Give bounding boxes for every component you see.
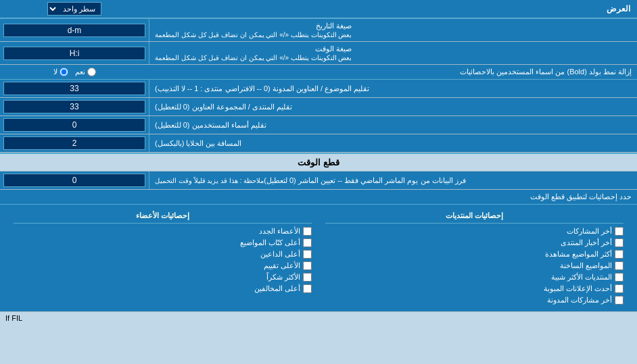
bold-radio-no-label: لا [53,68,68,76]
top-select-area: سطر واحد سطران ثلاثة أسطر [0,0,149,18]
date-format-main: صيغة التاريخ بعض التكوينات يتطلب «/» الت… [155,22,352,38]
trim-subject-input[interactable] [3,82,145,95]
checkbox-most-thanked[interactable] [303,273,312,282]
cell-spacing-input-area [0,134,149,152]
top-label: العرض [149,1,637,17]
checkbox-latest-posts[interactable] [615,227,623,236]
trim-subject-label: تقليم الموضوع / العناوين المدونة (0 -- ا… [149,80,637,97]
date-format-input[interactable] [3,24,145,37]
date-format-label: صيغة التاريخ بعض التكوينات يتطلب «/» الت… [149,19,637,41]
snapshot-days-input[interactable] [3,174,145,187]
checkbox-item-most-thanked: الأكثر شكراً [14,271,312,283]
snapshot-section-header: قطع الوقت [0,153,637,172]
time-format-input[interactable] [3,47,145,60]
apply-row: حدد إحصائيات لتطبيق قطع الوقت [0,190,637,205]
iffl-note: If FIL [0,311,637,324]
snapshot-days-label: فرز البيانات من يوم الماشر الماضي فقط --… [149,172,637,189]
trim-users-input[interactable] [3,118,145,132]
time-format-label: صيغة الوقت بعض التكوينات يتطلب «/» التي … [149,42,637,64]
time-format-row: صيغة الوقت بعض التكوينات يتطلب «/» التي … [0,42,637,65]
checkboxes-section: إحصائيات المنتديات أخر المشاركات أخر أخب… [0,205,637,311]
checkbox-item-latest-posts: أخر المشاركات [325,226,623,237]
cell-spacing-label: المسافة بين الخلايا (بالبكسل) [149,134,637,152]
checkbox-columns: إحصائيات المنتديات أخر المشاركات أخر أخب… [7,208,630,308]
snapshot-days-input-area [0,172,149,189]
checkbox-top-rated[interactable] [303,261,312,270]
cell-spacing-row: المسافة بين الخلايا (بالبكسل) [0,134,637,153]
trim-subject-input-area [0,80,149,97]
checkbox-col-forums: إحصائيات المنتديات أخر المشاركات أخر أخب… [318,208,630,308]
trim-forum-input-area [0,98,149,115]
checkbox-item-top-violators: أعلى المخالفين [14,283,312,294]
checkbox-most-similar[interactable] [615,273,623,282]
checkbox-item-top-posters: أعلى كتّاب المواضيع [14,237,312,249]
checkbox-item-most-viewed: أكثر المواضيع مشاهدة [325,249,623,260]
main-container: العرض سطر واحد سطران ثلاثة أسطر صيغة الت… [0,0,637,324]
bold-radio-no[interactable] [60,68,68,76]
cell-spacing-input[interactable] [3,136,145,150]
bold-radio-row: إزالة نمط بولد (Bold) من اسماء المستخدمي… [0,65,637,80]
snapshot-days-row: فرز البيانات من يوم الماشر الماضي فقط --… [0,172,637,190]
checkbox-forum-news[interactable] [615,238,623,247]
time-format-main: صيغة الوقت بعض التكوينات يتطلب «/» التي … [155,45,352,61]
col-members-header: إحصائيات الأعضاء [14,210,312,224]
bold-radio-label: إزالة نمط بولد (Bold) من اسماء المستخدمي… [149,65,637,79]
top-row: العرض سطر واحد سطران ثلاثة أسطر [0,0,637,19]
time-format-input-area [0,42,149,64]
trim-subject-row: تقليم الموضوع / العناوين المدونة (0 -- ا… [0,80,637,98]
checkbox-item-top-rated: الأعلى تقييم [14,260,312,271]
trim-users-row: تقليم أسماء المستخدمين (0 للتعطيل) [0,116,637,134]
checkbox-item-forum-news: أخر أخبار المنتدى [325,237,623,249]
checkbox-blog-posts[interactable] [615,296,623,305]
date-format-input-area [0,19,149,41]
trim-users-input-area [0,116,149,134]
checkbox-new-members[interactable] [303,227,312,236]
bold-radio-options: نعم لا [0,66,149,78]
checkbox-latest-classifieds[interactable] [615,284,623,293]
checkbox-item-blog-posts: أخر مشاركات المدونة [325,294,623,306]
checkbox-item-top-inviters: أعلى الداعين [14,249,312,260]
bold-radio-yes-label: نعم [75,68,96,76]
trim-forum-label: تقليم المنتدى / المجموعة العناوين (0 للت… [149,98,637,115]
checkbox-item-new-members: الأعضاء الجدد [14,226,312,237]
bold-radio-yes[interactable] [87,68,96,76]
checkbox-most-viewed[interactable] [615,250,623,259]
trim-forum-input[interactable] [3,100,145,113]
checkbox-top-posters[interactable] [303,238,312,247]
checkbox-item-most-similar: المنتديات الأكثر شبية [325,271,623,283]
top-select[interactable]: سطر واحد سطران ثلاثة أسطر [47,2,101,16]
date-format-row: صيغة التاريخ بعض التكوينات يتطلب «/» الت… [0,19,637,42]
col-forums-header: إحصائيات المنتديات [325,210,623,224]
checkbox-item-latest-classifieds: أحدث الإعلانات المبوبة [325,283,623,294]
checkbox-top-inviters[interactable] [303,250,312,259]
trim-users-label: تقليم أسماء المستخدمين (0 للتعطيل) [149,116,637,134]
checkbox-col-members: إحصائيات الأعضاء الأعضاء الجدد أعلى كتّا… [7,208,318,308]
trim-forum-row: تقليم المنتدى / المجموعة العناوين (0 للت… [0,98,637,116]
checkbox-item-hot-topics: المواضيع الساخنة [325,260,623,271]
checkbox-hot-topics[interactable] [615,261,623,270]
checkbox-top-violators[interactable] [303,284,312,293]
